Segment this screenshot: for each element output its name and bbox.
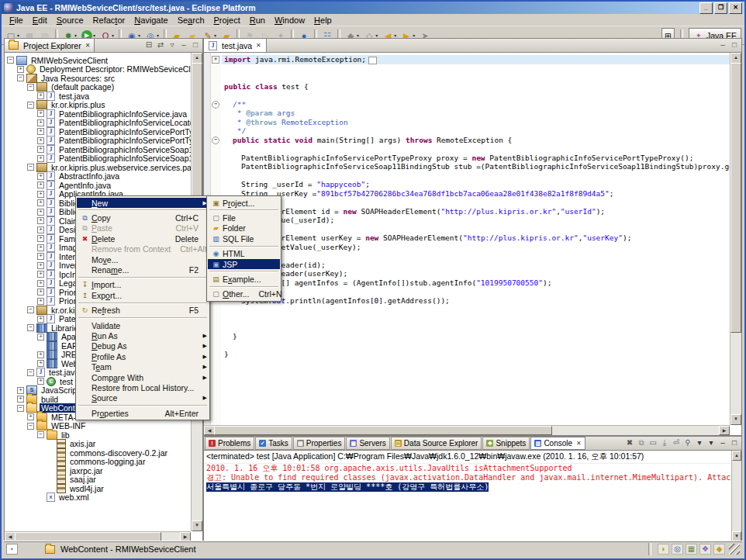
dropdown-arrow-icon[interactable]: ▾ [74, 33, 77, 38]
minimize-view-icon[interactable]: – [178, 40, 189, 50]
menu-item-html[interactable]: ◉HTML [208, 249, 280, 259]
menu-item-import[interactable]: ↧Import... [77, 280, 209, 290]
tree-expander-icon[interactable]: + [37, 209, 44, 216]
code-line[interactable] [224, 171, 730, 181]
editor-vscrollbar[interactable]: ▲ ▼ [730, 53, 741, 425]
tree-expander-icon[interactable]: − [17, 74, 24, 81]
menu-item-file[interactable]: ▢File [208, 213, 280, 223]
code-line[interactable] [224, 251, 730, 261]
tab-servers[interactable]: ▣Servers [346, 437, 389, 450]
menu-edit[interactable]: Edit [28, 15, 52, 26]
code-line[interactable]: */ [224, 126, 730, 136]
image-status-icon[interactable]: ▦ [686, 544, 697, 555]
tree-item-patentbibliographicinfoservi[interactable]: +PatentBibliographicInfoServicePortType.… [5, 127, 191, 137]
code-line[interactable]: id.setValue(_userId); [224, 216, 730, 225]
menu-item-team[interactable]: Team▶ [77, 361, 209, 372]
tab-tasks[interactable]: ✓Tasks [255, 437, 292, 450]
tree-item-jaxrpc-jar[interactable]: jaxrpc.jar [5, 466, 191, 475]
tree-expander-icon[interactable]: + [37, 119, 44, 126]
tree-expander-icon[interactable]: + [37, 360, 44, 367]
tree-expander-icon[interactable]: + [37, 316, 44, 323]
code-line[interactable]: /** [224, 100, 730, 109]
tree-item-deployment-descriptor-rmiweb[interactable]: +Deployment Descriptor: RMIWebSeviceClie… [5, 65, 191, 74]
pin-console-icon[interactable]: ⚲ [682, 437, 693, 448]
code-line[interactable]: * @param args [224, 109, 730, 118]
tree-item-saaj-jar[interactable]: saaj.jar [5, 475, 191, 485]
shapes-status-icon[interactable]: ❖ [699, 544, 711, 555]
menu-item-copy[interactable]: ⧉CopyCtrl+C [77, 213, 209, 223]
tree-expander-icon[interactable]: + [17, 66, 24, 73]
tree-item-patentbibliographicinfoservi[interactable]: +PatentBibliographicInfoServiceSoap12Bin… [5, 154, 191, 164]
menu-item-other[interactable]: ▢Other...Ctrl+N [208, 289, 280, 299]
code-line[interactable]: String _userKey ="891bcf57b42706286bc34e… [224, 189, 730, 199]
fold-expand-icon[interactable]: + [212, 56, 219, 64]
scroll-right-icon[interactable]: ▶ [719, 426, 730, 435]
code-line[interactable] [224, 198, 730, 207]
menu-refactor[interactable]: Refactor [88, 15, 130, 26]
tree-item-web-xml[interactable]: web.xml [5, 493, 191, 503]
menu-window[interactable]: Window [270, 15, 309, 26]
resize-grip[interactable] [729, 544, 740, 555]
tree-expander-icon[interactable]: + [37, 271, 44, 278]
tree-expander-icon[interactable]: + [37, 262, 44, 269]
tree-expander-icon[interactable]: + [37, 137, 44, 144]
dropdown-arrow-icon[interactable]: ▾ [413, 33, 415, 38]
menu-item-project[interactable]: ▣Project... [208, 198, 280, 208]
menu-run[interactable]: Run [245, 15, 270, 26]
tree-item-commons-discovery-0-2-jar[interactable]: commons-discovery-0.2.jar [5, 448, 191, 458]
tree-expander-icon[interactable]: + [37, 181, 44, 188]
menu-item-validate[interactable]: Validate [77, 320, 209, 330]
tree-item-patentbibliographicinfoservi[interactable]: +PatentBibliographicInfoServiceLocator.j… [5, 119, 191, 128]
menu-item-rename[interactable]: Rename...F2 [77, 264, 209, 275]
close-tab-icon[interactable]: ✕ [576, 440, 582, 447]
tab-snippets[interactable]: ❖Snippets [482, 437, 530, 450]
tree-item-default-package[interactable]: −(default package) [5, 83, 191, 92]
tree-expander-icon[interactable]: − [27, 324, 34, 331]
code-line[interactable]: PatentBibliographicInfoServiceSoap11Bind… [224, 162, 730, 171]
maximize-view-icon[interactable]: □ [190, 40, 201, 50]
menu-navigate[interactable]: Navigate [130, 15, 172, 26]
tree-item-wsdl4j-jar[interactable]: wsdl4j.jar [5, 484, 191, 493]
tree-expander-icon[interactable]: + [37, 298, 44, 305]
tab-problems[interactable]: !Problems [205, 437, 254, 450]
menu-item-jsp[interactable]: ▣JSP [208, 259, 280, 269]
scroll-up-icon[interactable]: ▲ [730, 53, 741, 64]
code-line[interactable]: SOAPHeaderElement userKey = new SOAPHead… [224, 233, 730, 243]
close-button[interactable]: ✕ [729, 2, 742, 14]
tree-expander-icon[interactable]: − [27, 102, 34, 109]
tree-item-java-resources-src[interactable]: −Java Resources: src [5, 74, 191, 83]
console-line[interactable]: 2010. 1. 16 오후 10:01:58 org.apache.axis.… [204, 464, 731, 473]
tree-expander-icon[interactable]: + [37, 280, 44, 287]
code-line[interactable] [224, 287, 730, 296]
code-area[interactable]: import java.rmi.RemoteException;public c… [222, 53, 730, 425]
editor-hscrollbar[interactable]: ◀ ▶ [204, 425, 730, 435]
tree-expander-icon[interactable]: + [37, 199, 44, 206]
scroll-thumb[interactable] [730, 63, 741, 333]
tree-expander-icon[interactable]: − [27, 306, 34, 313]
code-line[interactable]: stub.setHeader(userKey); [224, 269, 730, 278]
tree-item-axis-jar[interactable]: axis.jar [5, 440, 191, 449]
clear-console-icon[interactable]: ▭ [648, 437, 658, 448]
menu-source[interactable]: Source [52, 15, 88, 26]
tree-expander-icon[interactable]: − [27, 164, 34, 171]
tree-expander-icon[interactable]: + [37, 128, 44, 135]
tree-expander-icon[interactable]: + [37, 173, 44, 180]
alert-status-icon[interactable]: ◗ [658, 544, 669, 555]
menu-item-export[interactable]: ↥Export... [77, 290, 209, 300]
menu-search[interactable]: Search [173, 15, 209, 26]
tab-data-source-explorer[interactable]: ◫Data Source Explorer [391, 437, 482, 450]
code-line[interactable] [224, 64, 730, 74]
tree-expander-icon[interactable]: + [37, 191, 44, 198]
tree-item-lib[interactable]: −lib [5, 430, 191, 440]
tree-item-patentbibliographicinfoservi[interactable]: +PatentBibliographicInfoServiceSoap11Bin… [5, 145, 191, 154]
code-line[interactable] [224, 323, 730, 332]
tree-expander-icon[interactable]: − [17, 405, 24, 412]
code-line[interactable]: public static void main(String[] args) t… [224, 136, 730, 145]
code-line[interactable]: } [224, 350, 730, 359]
menu-item-refresh[interactable]: ↻RefreshF5 [77, 306, 209, 316]
code-line[interactable] [224, 144, 730, 154]
tab-properties[interactable]: ▤Properties [293, 437, 346, 450]
menu-project[interactable]: Project [209, 15, 245, 26]
dropdown-arrow-icon[interactable]: ▾ [17, 33, 19, 38]
menu-file[interactable]: File [5, 15, 28, 26]
